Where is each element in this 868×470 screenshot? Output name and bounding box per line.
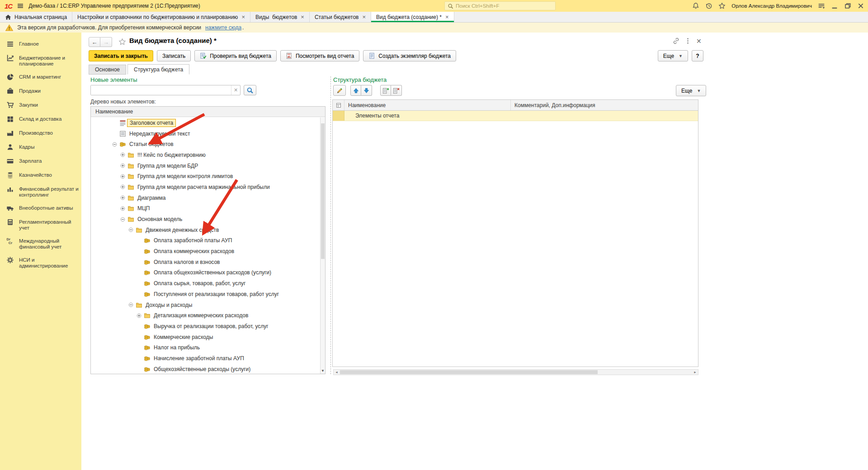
tree-item[interactable]: Группа для модели контроля лимитов <box>91 171 320 182</box>
tree-item[interactable]: Нередактируемый текст <box>91 128 320 139</box>
main-menu-icon[interactable] <box>17 2 24 9</box>
notifications-bell-icon[interactable] <box>692 2 699 9</box>
collapse-icon[interactable] <box>128 302 134 308</box>
name-column-header[interactable]: Наименование <box>344 100 511 110</box>
favorites-star-icon[interactable] <box>718 2 726 9</box>
sidebar-item-8[interactable]: Зарплата <box>0 154 81 168</box>
tree-item[interactable]: Выручка от реализации товаров, работ, ус… <box>91 321 320 332</box>
collapse-icon[interactable] <box>128 227 134 233</box>
save-button[interactable]: Записать <box>157 50 191 61</box>
sidebar-item-4[interactable]: Закупки <box>0 98 81 112</box>
expand-icon[interactable] <box>120 184 126 190</box>
tree-item[interactable]: МЦП <box>91 203 320 214</box>
edit-pencil-button[interactable] <box>333 85 346 96</box>
clear-search-icon[interactable]: ✕ <box>231 85 240 95</box>
tree-item[interactable]: Диаграмма <box>91 193 320 203</box>
tree-item[interactable]: Общехозяйственные расходы (услуги) <box>91 364 320 374</box>
create-budget-instance-button[interactable]: Создать экземпляр бюджета <box>363 50 456 61</box>
close-window-icon[interactable] <box>857 2 864 9</box>
tree-column-header[interactable]: Наименование <box>91 107 325 117</box>
sidebar-item-9[interactable]: Казначейство <box>0 168 81 182</box>
global-search[interactable] <box>444 1 556 10</box>
tree-item[interactable]: Начисление заработной платы АУП <box>91 353 320 364</box>
tree-search-input[interactable] <box>91 85 231 95</box>
preview-report-button[interactable]: Посмотреть вид отчета <box>280 50 359 61</box>
structure-horizontal-scrollbar[interactable]: ◄ ► <box>333 369 698 375</box>
save-and-close-button[interactable]: Записать и закрыть <box>89 50 153 61</box>
tab-close-icon[interactable]: × <box>241 14 245 20</box>
scroll-left-icon[interactable]: ◄ <box>334 370 340 375</box>
sidebar-item-0[interactable]: Главное <box>0 37 81 51</box>
sidebar-item-12[interactable]: Регламентированный учет <box>0 215 81 234</box>
sidebar-item-13[interactable]: DrCrМеждународный финансовый учет <box>0 234 81 253</box>
document-tab-4[interactable]: Вид бюджета (создание) *× <box>371 12 454 22</box>
tab-close-icon[interactable]: × <box>301 14 304 20</box>
close-form-icon[interactable]: ✕ <box>696 38 702 44</box>
tree-item[interactable]: Оплата общехозяйственных расходов (услуг… <box>91 268 320 278</box>
scroll-right-icon[interactable]: ► <box>692 370 698 375</box>
marker-column-header[interactable] <box>333 100 344 110</box>
tree-item[interactable]: Оплата налогов и взносов <box>91 257 320 268</box>
purchase-link[interactable]: нажмите сюда <box>205 24 241 31</box>
collapse-icon[interactable] <box>112 141 118 147</box>
more-dots-icon[interactable] <box>687 38 689 44</box>
forward-button[interactable]: → <box>100 37 112 47</box>
tree-item[interactable]: Движения денежных средств <box>91 225 320 235</box>
tree-item[interactable]: Оплата заработной платы АУП <box>91 235 320 246</box>
document-tab-3[interactable]: Статьи бюджетов× <box>310 12 371 22</box>
move-up-button[interactable] <box>350 85 361 96</box>
tab-close-icon[interactable]: × <box>445 14 449 20</box>
expand-icon[interactable] <box>120 195 126 201</box>
global-search-input[interactable] <box>456 3 552 9</box>
tree-item[interactable]: Коммерческие расходы <box>91 332 320 343</box>
sidebar-item-10[interactable]: Финансовый результат и контроллинг <box>0 182 81 201</box>
sidebar-item-6[interactable]: Производство <box>0 126 81 140</box>
panel-splitter[interactable] <box>330 76 331 374</box>
tree-item[interactable]: Доходы и расходы <box>91 300 320 310</box>
tree-search-field[interactable]: ✕ <box>90 85 241 95</box>
service-menu-icon[interactable] <box>818 2 825 9</box>
sidebar-item-7[interactable]: Кадры <box>0 140 81 154</box>
tree-item[interactable]: Основная модель <box>91 214 320 225</box>
delete-row-button[interactable] <box>391 85 402 96</box>
sidebar-item-1[interactable]: Бюджетирование и планирование <box>0 51 81 70</box>
structure-table-row[interactable]: Элементы отчета <box>333 111 698 121</box>
current-user[interactable]: Орлов Александр Владимирович <box>731 3 812 9</box>
sidebar-item-11[interactable]: Внеоборотные активы <box>0 201 81 215</box>
tree-item[interactable]: Налог на прибыль <box>91 342 320 353</box>
tree-item[interactable]: Группа для модели расчета маржинальной п… <box>91 182 320 193</box>
scroll-down-icon[interactable]: ▼ <box>321 368 325 374</box>
back-button[interactable]: ← <box>89 37 100 47</box>
document-tab-2[interactable]: Виды бюджетов× <box>250 12 310 22</box>
history-icon[interactable] <box>705 2 712 9</box>
document-tab-1[interactable]: Настройки и справочники по бюджетировани… <box>72 12 250 22</box>
tree-item[interactable]: !!! Кейс по бюджетировнию <box>91 150 320 160</box>
comment-column-header[interactable]: Комментарий, Доп.информация <box>511 100 698 110</box>
add-row-button[interactable] <box>380 85 391 96</box>
tree-item[interactable]: Оплата коммерческих расходов <box>91 246 320 257</box>
form-more-button[interactable]: Еще▼ <box>658 50 688 61</box>
collapse-icon[interactable] <box>120 216 126 222</box>
structure-more-button[interactable]: Еще▼ <box>676 85 706 96</box>
scrollbar-thumb[interactable] <box>321 123 325 259</box>
move-down-button[interactable] <box>361 85 372 96</box>
sidebar-item-14[interactable]: НСИ и администрирование <box>0 253 81 272</box>
tree-item[interactable]: Группа для модели БДР <box>91 160 320 171</box>
search-button[interactable] <box>244 85 256 95</box>
sidebar-item-5[interactable]: Склад и доставка <box>0 112 81 126</box>
get-link-icon[interactable] <box>673 38 679 44</box>
tree-item[interactable]: Детализация коммерческих расходов <box>91 310 320 321</box>
tree-item[interactable]: Статьи бюджетов <box>91 139 320 150</box>
expand-icon[interactable] <box>120 152 126 158</box>
restore-window-icon[interactable] <box>844 2 851 9</box>
minimize-icon[interactable] <box>831 2 838 9</box>
tab-close-icon[interactable]: × <box>362 14 366 20</box>
tree-vertical-scrollbar[interactable]: ▼ <box>320 118 325 374</box>
expand-icon[interactable] <box>120 206 126 211</box>
sidebar-item-2[interactable]: CRM и маркетинг <box>0 70 81 84</box>
add-favorite-star-icon[interactable] <box>118 38 126 46</box>
tree-item[interactable]: Поступления от реализации товаров, работ… <box>91 289 320 300</box>
tab-main[interactable]: Основное <box>89 65 126 75</box>
expand-icon[interactable] <box>120 163 126 169</box>
sidebar-item-3[interactable]: Продажи <box>0 84 81 98</box>
